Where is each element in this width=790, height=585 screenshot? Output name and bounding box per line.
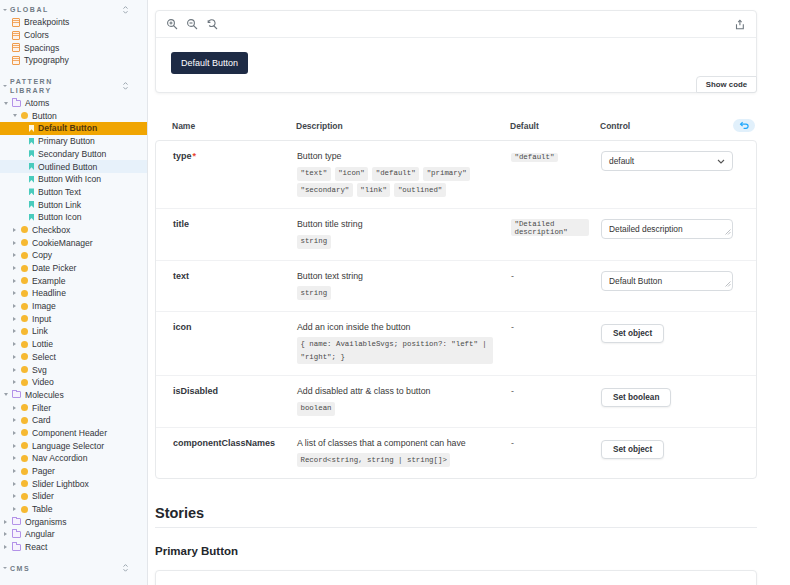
sidebar-item-table[interactable]: Table (0, 503, 147, 516)
sidebar-item-react[interactable]: React (0, 541, 147, 554)
sidebar-item-component-header[interactable]: Component Header (0, 427, 147, 440)
expand-collapse-icon[interactable] (122, 563, 129, 573)
sidebar-item-label: Spacings (24, 43, 59, 53)
type-chip: Record<string, string | string[]> (297, 453, 450, 467)
sidebar-item-language-selector[interactable]: Language Selector (0, 439, 147, 452)
doc-icon (12, 18, 20, 27)
control-button-set-boolean[interactable]: Set boolean (601, 388, 671, 407)
sidebar-item-spacings[interactable]: Spacings (0, 41, 147, 54)
sidebar-section-cms[interactable]: CMS (0, 562, 147, 575)
control-button-set-object[interactable]: Set object (601, 324, 664, 343)
arg-default-value: "default" (511, 153, 558, 162)
caret-slot (13, 456, 21, 460)
zoom-in-icon[interactable] (166, 18, 179, 31)
sidebar-item-image[interactable]: Image (0, 300, 147, 313)
caret-icon (13, 266, 16, 270)
sidebar-item-filter[interactable]: Filter (0, 401, 147, 414)
sidebar-item-angular[interactable]: Angular (0, 528, 147, 541)
arg-description: Button type (297, 151, 497, 162)
type-chip: "link" (357, 183, 391, 197)
expand-collapse-icon[interactable] (122, 81, 129, 91)
sidebar-section-pattern-library[interactable]: Pattern Library (0, 75, 147, 97)
zoom-reset-icon[interactable] (206, 18, 219, 31)
sidebar-item-label: Checkbox (32, 225, 70, 235)
caret-icon (4, 393, 8, 396)
sidebar-item-checkbox[interactable]: Checkbox (0, 224, 147, 237)
caret-icon (13, 431, 16, 435)
sidebar-item-copy[interactable]: Copy (0, 249, 147, 262)
sidebar-item-organisms[interactable]: Organisms (0, 515, 147, 528)
sidebar: GlobalBreakpointsColorsSpacingsTypograph… (0, 0, 148, 585)
component-icon (21, 303, 28, 310)
sidebar-item-input[interactable]: Input (0, 312, 147, 325)
resize-handle-icon[interactable] (725, 279, 731, 289)
sidebar-section-global[interactable]: Global (0, 3, 147, 16)
component-icon (21, 493, 28, 500)
sidebar-item-headline[interactable]: Headline (0, 287, 147, 300)
sidebar-item-svg[interactable]: Svg (0, 363, 147, 376)
sidebar-item-button-link[interactable]: Button Link (0, 198, 147, 211)
caret-icon (13, 317, 16, 321)
control-textarea-text[interactable]: Default Button (601, 271, 733, 291)
sidebar-item-date-picker[interactable]: Date Picker (0, 262, 147, 275)
expand-collapse-icon[interactable] (122, 5, 129, 15)
sidebar-item-colors[interactable]: Colors (0, 29, 147, 42)
sidebar-item-lottie[interactable]: Lottie (0, 338, 147, 351)
arg-name: type (173, 151, 192, 161)
sidebar-item-pager[interactable]: Pager (0, 465, 147, 478)
sidebar-item-outlined-button[interactable]: Outlined Button (0, 160, 147, 173)
sidebar-item-button-text[interactable]: Button Text (0, 186, 147, 199)
sidebar-item-card[interactable]: Card (0, 414, 147, 427)
control-button-set-object[interactable]: Set object (601, 440, 664, 459)
arg-description: Button text string (297, 271, 497, 282)
sidebar-item-secondary-button[interactable]: Secondary Button (0, 148, 147, 161)
sidebar-item-label: Lottie (32, 339, 53, 349)
component-icon (21, 328, 28, 335)
doc-icon (12, 56, 20, 65)
show-code-button[interactable]: Show code (696, 76, 757, 93)
sidebar-item-button[interactable]: Button (0, 109, 147, 122)
component-icon (21, 226, 28, 233)
sidebar-item-atoms[interactable]: Atoms (0, 97, 147, 110)
sidebar-item-molecules[interactable]: Molecules (0, 389, 147, 402)
sidebar-item-button-with-icon[interactable]: Button With Icon (0, 173, 147, 186)
primary-story-preview-panel: Primary Button Show code (155, 570, 757, 585)
reset-controls-icon[interactable] (733, 119, 755, 132)
sidebar-item-video[interactable]: Video (0, 376, 147, 389)
story-preview-panel: Default Button Show code (155, 10, 757, 93)
sidebar-item-link[interactable]: Link (0, 325, 147, 338)
caret-icon (13, 342, 16, 346)
caret-icon (3, 567, 7, 569)
caret-icon (13, 355, 16, 359)
default-button-demo[interactable]: Default Button (171, 52, 248, 74)
sidebar-item-primary-button[interactable]: Primary Button (0, 135, 147, 148)
sidebar-item-slider[interactable]: Slider (0, 490, 147, 503)
sidebar-item-label: Component Header (32, 428, 107, 438)
sidebar-item-typography[interactable]: Typography (0, 54, 147, 67)
resize-handle-icon[interactable] (725, 227, 731, 237)
sidebar-item-label: Organisms (25, 517, 67, 527)
sidebar-item-button-icon[interactable]: Button Icon (0, 211, 147, 224)
args-header-description: Description (296, 121, 510, 131)
sidebar-item-default-button[interactable]: Default Button (0, 122, 147, 135)
type-chip: boolean (297, 402, 335, 416)
caret-icon (13, 241, 16, 245)
sidebar-item-slider-lightbox[interactable]: Slider Lightbox (0, 477, 147, 490)
sidebar-item-cookiemanager[interactable]: CookieManager (0, 236, 147, 249)
caret-icon (13, 279, 16, 283)
caret-icon (13, 380, 16, 384)
control-textarea-title[interactable]: Detailed description (601, 219, 733, 239)
control-select-type[interactable]: default (601, 151, 733, 171)
sidebar-item-nav-accordion[interactable]: Nav Accordion (0, 452, 147, 465)
component-icon (21, 239, 28, 246)
sidebar-item-example[interactable]: Example (0, 274, 147, 287)
folder-icon (12, 518, 21, 525)
share-icon[interactable] (733, 18, 746, 31)
caret-slot (13, 279, 21, 283)
sidebar-item-label: Button Link (38, 200, 81, 210)
sidebar-item-breakpoints[interactable]: Breakpoints (0, 16, 147, 29)
sidebar-item-label: Slider (32, 491, 54, 501)
zoom-out-icon[interactable] (186, 18, 199, 31)
sidebar-item-label: Nav Accordion (32, 453, 87, 463)
sidebar-item-select[interactable]: Select (0, 351, 147, 364)
